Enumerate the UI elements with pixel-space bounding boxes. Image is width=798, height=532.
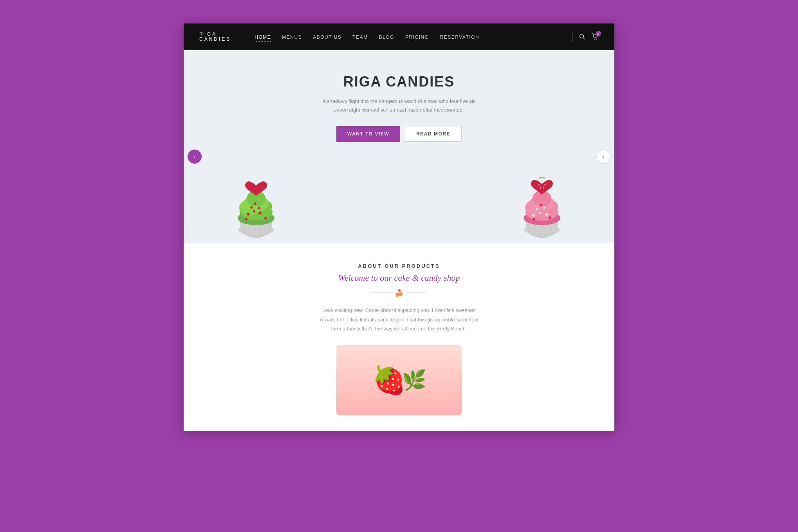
hero-buttons: WANT TO VIEW READ MORE	[199, 126, 599, 142]
svg-point-17	[247, 213, 250, 216]
nav-link-pricing[interactable]: PRICING	[405, 34, 429, 40]
svg-point-2	[594, 39, 595, 40]
svg-point-48	[545, 184, 546, 186]
svg-point-24	[264, 217, 267, 219]
nav-links: HOME MENUS ABOUT US TEAM BLOG PRICING RE…	[255, 33, 566, 40]
section-divider: 🍰	[199, 289, 599, 297]
cart-wrapper: 0	[592, 33, 599, 40]
svg-point-23	[245, 218, 247, 220]
svg-point-45	[540, 204, 542, 206]
svg-point-19	[259, 212, 262, 215]
cake-decoration: 🌿	[402, 369, 426, 391]
svg-point-46	[538, 184, 540, 186]
cart-badge: 0	[596, 31, 601, 36]
navbar: RIGA CANDIES HOME MENUS ABOUT US TEAM BL…	[184, 23, 614, 50]
svg-point-20	[250, 206, 253, 209]
nav-icons: 0	[579, 33, 599, 40]
logo-line2: CANDIES	[199, 37, 231, 42]
svg-point-50	[543, 188, 544, 189]
logo[interactable]: RIGA CANDIES	[199, 32, 231, 42]
carousel-prev-button[interactable]: ‹	[188, 150, 202, 164]
svg-point-39	[539, 212, 541, 214]
hero-wrapper: ‹ RIGA CANDIES A shadowy flight into the…	[184, 50, 614, 243]
svg-point-38	[532, 214, 535, 217]
products-description: Love exciting new. Come aboard expecting…	[317, 306, 481, 333]
products-section: ABOUT OUR PRODUCTS Welcome to our cake &…	[184, 243, 614, 431]
read-more-button[interactable]: READ MORE	[405, 126, 462, 142]
strawberry-cake-icon: 🍓	[372, 364, 406, 396]
nav-link-team[interactable]: TEAM	[352, 34, 368, 40]
products-label: ABOUT OUR PRODUCTS	[199, 263, 599, 269]
nav-item-about[interactable]: ABOUT US	[313, 33, 341, 40]
pink-cupcake-svg	[511, 161, 573, 243]
products-cursive: Welcome to our cake & candy shop	[199, 273, 599, 283]
cupcake-right-image	[509, 157, 575, 243]
nav-item-menus[interactable]: MENUS	[282, 33, 302, 40]
svg-point-47	[542, 182, 543, 184]
want-to-view-button[interactable]: WANT TO VIEW	[336, 126, 400, 142]
hero-section: RIGA CANDIES A shadowy flight into the d…	[184, 50, 614, 243]
cake-preview: 🍓 🌿	[336, 345, 462, 415]
green-cupcake-svg	[225, 161, 287, 243]
search-icon	[579, 34, 585, 40]
nav-item-team[interactable]: TEAM	[352, 33, 368, 40]
nav-link-home[interactable]: HOME	[255, 34, 271, 41]
svg-point-49	[540, 188, 541, 189]
nav-item-pricing[interactable]: PRICING	[405, 33, 429, 40]
svg-point-22	[254, 202, 256, 205]
svg-point-21	[258, 207, 260, 209]
divider-line-right	[406, 292, 426, 293]
nav-link-menus[interactable]: MENUS	[282, 34, 302, 40]
nav-divider	[572, 31, 573, 42]
carousel-next-button[interactable]: ›	[596, 150, 610, 164]
svg-point-43	[533, 218, 535, 220]
nav-link-reservation[interactable]: RESERVATION	[440, 34, 480, 40]
nav-item-home[interactable]: HOME	[255, 33, 271, 40]
svg-point-3	[596, 39, 597, 40]
nav-item-blog[interactable]: BLOG	[379, 33, 394, 40]
search-button[interactable]	[579, 34, 585, 40]
cupcake-left-image	[223, 157, 289, 243]
svg-line-1	[583, 38, 585, 40]
svg-point-44	[549, 216, 551, 219]
browser-window: RIGA CANDIES HOME MENUS ABOUT US TEAM BL…	[184, 23, 614, 431]
nav-link-blog[interactable]: BLOG	[379, 34, 394, 40]
svg-point-40	[545, 213, 548, 216]
nav-link-about[interactable]: ABOUT US	[313, 34, 341, 40]
hero-subtitle: A shadowy flight into the dangerous worl…	[321, 97, 477, 114]
svg-point-18	[253, 210, 255, 213]
nav-item-reservation[interactable]: RESERVATION	[440, 33, 480, 40]
svg-point-0	[580, 34, 584, 38]
cake-icon: 🍰	[395, 289, 403, 297]
svg-point-42	[543, 206, 545, 209]
hero-title: RIGA CANDIES	[199, 74, 599, 90]
cupcakes-row	[199, 157, 599, 243]
svg-point-41	[536, 208, 538, 210]
divider-line-left	[372, 292, 392, 293]
